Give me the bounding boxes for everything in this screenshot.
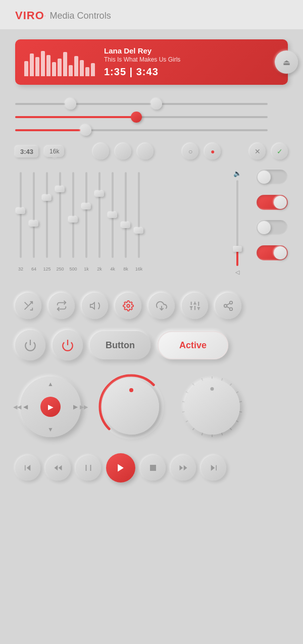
shuffle-button[interactable]	[15, 293, 41, 319]
eq-band-9[interactable]	[120, 167, 131, 263]
viz-bar	[91, 63, 95, 76]
svg-marker-47	[184, 465, 187, 471]
volume-slider[interactable]	[15, 116, 268, 118]
eq-thumb-2[interactable]	[29, 221, 38, 227]
eq-thumb-9[interactable]	[121, 222, 130, 228]
dpad-left[interactable]: ◀	[23, 403, 28, 410]
svg-marker-41	[55, 465, 58, 471]
eq-band-1[interactable]	[15, 167, 26, 263]
time-badge: 3:43	[15, 146, 38, 157]
viz-bar	[85, 67, 89, 76]
fast-forward-pb-button[interactable]	[171, 455, 196, 480]
slider-thumb-left[interactable]	[65, 98, 76, 110]
eq-thumb-6[interactable]	[82, 203, 91, 209]
eq-band-7[interactable]	[94, 167, 105, 263]
eq-section: 32 64 125 250 500 1k 2k 4k 8k 16k 🔈 ◁	[15, 170, 288, 281]
volume-thumb[interactable]	[131, 112, 142, 123]
eject-button[interactable]: ⏏	[275, 50, 298, 74]
eq-band-8[interactable]	[107, 167, 118, 263]
eq-label-32: 32	[15, 266, 26, 272]
bass-slider[interactable]	[15, 129, 268, 131]
volume-button[interactable]	[82, 293, 108, 319]
power-off-button[interactable]	[15, 330, 45, 360]
svg-marker-42	[59, 465, 62, 471]
stop-button[interactable]	[140, 455, 166, 480]
volume-track[interactable]	[236, 180, 238, 266]
eq-band-5[interactable]	[68, 167, 79, 263]
eq-label-64: 64	[28, 266, 39, 272]
eq-band-3[interactable]	[41, 167, 53, 263]
inactive-knob[interactable]	[184, 379, 240, 435]
repeat-button[interactable]	[48, 293, 75, 319]
viz-bar	[30, 53, 34, 76]
bass-slider-row	[15, 129, 268, 131]
dpad[interactable]: ▲ ▼ ◀ ▶ ▶	[20, 377, 81, 437]
dpad-up[interactable]: ▲	[47, 381, 54, 388]
eq-thumb-1[interactable]	[16, 208, 25, 214]
eq-label-2k: 2k	[94, 266, 105, 272]
svg-marker-45	[118, 464, 124, 472]
bass-thumb[interactable]	[80, 125, 91, 136]
dot-button-1[interactable]	[93, 143, 109, 159]
cloud-button[interactable]	[148, 293, 175, 319]
eq-thumb-10[interactable]	[134, 228, 143, 234]
inactive-knob-container	[177, 371, 247, 442]
active-button[interactable]: Active	[158, 331, 228, 359]
skip-forward-button[interactable]	[201, 455, 226, 480]
skip-back-button[interactable]	[15, 455, 40, 480]
eq-label-8k: 8k	[120, 266, 131, 272]
eq-label-125: 125	[41, 266, 53, 272]
dpad-down[interactable]: ▼	[47, 426, 54, 433]
rewind-button[interactable]: ◀◀	[13, 404, 21, 410]
dpad-play[interactable]: ▶	[40, 397, 61, 417]
toggle-4[interactable]	[257, 245, 288, 260]
svg-rect-46	[150, 465, 156, 471]
volume-v-thumb[interactable]	[233, 246, 242, 252]
eq-band-2[interactable]	[28, 167, 39, 263]
main-content: Lana Del Rey This Is What Makes Us Girls…	[0, 29, 303, 498]
svg-line-15	[227, 306, 230, 308]
eq-button[interactable]	[182, 293, 208, 319]
settings-button[interactable]	[115, 293, 141, 319]
toggle-3[interactable]	[257, 220, 288, 235]
dual-slider[interactable]	[15, 103, 268, 105]
eq-label-16k: 16k	[133, 266, 144, 272]
eq-thumb-3[interactable]	[42, 195, 52, 201]
eq-thumb-7[interactable]	[95, 191, 104, 197]
pause-button[interactable]	[76, 455, 101, 480]
slider-thumb-right[interactable]	[151, 98, 162, 110]
share-button[interactable]	[215, 293, 241, 319]
viz-bar	[52, 62, 56, 76]
toggle-knob-2	[274, 196, 287, 209]
record-button[interactable]: ●	[205, 143, 221, 159]
power-on-button[interactable]	[53, 330, 83, 360]
eq-band-4[interactable]	[55, 167, 66, 263]
button-rect[interactable]: Button	[90, 331, 150, 359]
dot-button-2[interactable]	[115, 143, 131, 159]
active-knob[interactable]	[104, 379, 159, 435]
eq-thumb-5[interactable]	[69, 217, 78, 223]
svg-point-13	[224, 304, 227, 307]
eq-label-500: 500	[68, 266, 79, 272]
eq-thumb-4[interactable]	[56, 186, 65, 192]
toggle-2[interactable]	[257, 195, 288, 210]
toggle-1[interactable]	[257, 170, 288, 185]
viz-bar	[69, 65, 73, 76]
volume-icon: 🔈	[233, 170, 241, 177]
close-button[interactable]: ✕	[249, 143, 266, 159]
eq-band-10[interactable]	[133, 167, 144, 263]
svg-marker-49	[211, 465, 215, 471]
quality-badge: 16k	[44, 146, 64, 157]
dot-button-3[interactable]	[137, 143, 154, 159]
rewind-pb-button[interactable]	[45, 455, 71, 480]
play-button[interactable]	[106, 453, 135, 482]
power-buttons-row: Button Active	[15, 330, 288, 360]
radio-button[interactable]: ○	[182, 143, 198, 159]
toggles-section	[257, 170, 288, 281]
check-button[interactable]: ✓	[272, 143, 288, 159]
eq-band-6[interactable]	[81, 167, 92, 263]
logo: VIRO	[15, 9, 44, 22]
dpad-right[interactable]: ▶	[73, 403, 78, 410]
eq-thumb-8[interactable]	[108, 212, 117, 218]
fast-forward-button[interactable]: ▶▶	[80, 404, 88, 410]
